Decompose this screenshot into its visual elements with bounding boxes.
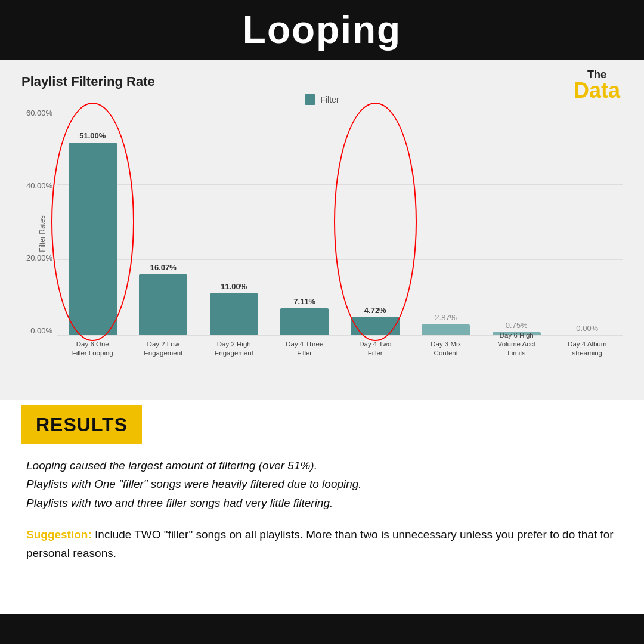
y-label-20: 20.00% — [26, 253, 52, 262]
bar-group: 7.11%Day 4 ThreeFiller — [270, 109, 340, 335]
bar — [422, 324, 470, 335]
suggestion-label: Suggestion: — [26, 528, 92, 541]
bar-value-label: 11.00% — [221, 282, 247, 291]
results-body: Looping caused the largest amount of fil… — [26, 456, 618, 512]
header-title: Looping — [243, 8, 401, 52]
bar-group: 11.00%Day 2 HighEngagement — [199, 109, 270, 335]
bar-x-label: Day 6 HighVolume AcctLimits — [481, 331, 552, 358]
chart-container: 60.00% 40.00% 20.00% 0.00% Filter Rates … — [21, 109, 623, 359]
bar — [351, 317, 400, 335]
chart-section: The Data Playlist Filtering Rate Filter … — [0, 60, 644, 400]
y-label-0: 0.00% — [30, 326, 52, 335]
bar-x-label: Day 2 HighEngagement — [199, 340, 270, 358]
bar-value-label: 0.00% — [576, 324, 598, 333]
bar-value-label: 4.72% — [364, 306, 386, 315]
bar-value-label: 7.11% — [293, 297, 315, 306]
bar-x-label: Day 4 Albumstreaming — [552, 340, 623, 358]
y-axis-title: Filter Rates — [38, 215, 47, 252]
bar-value-label: 2.87% — [435, 313, 457, 322]
bar — [210, 293, 258, 335]
brand-logo: The Data — [574, 69, 620, 101]
bar-value-label: 51.00% — [79, 131, 106, 140]
bar-x-label: Day 3 MixContent — [411, 340, 482, 358]
suggestion-text: Include TWO "filler" songs on all playli… — [26, 528, 614, 559]
bar-x-label: Day 2 LowEngagement — [128, 340, 199, 358]
bar-x-label: Day 4 ThreeFiller — [270, 340, 340, 358]
bar — [69, 143, 117, 335]
bar-group: 51.00%Day 6 OneFiller Looping — [57, 109, 128, 335]
bar-group: 2.87%Day 3 MixContent — [411, 109, 482, 335]
bar-value-label: 0.75% — [506, 321, 528, 330]
bar-x-label: Day 6 OneFiller Looping — [57, 340, 128, 358]
bar-value-label: 16.07% — [150, 263, 177, 272]
results-banner-row: RESULTS — [0, 400, 644, 444]
bar-group: 4.72%Day 4 TwoFiller — [340, 109, 411, 335]
results-label: RESULTS — [36, 414, 128, 435]
bar — [280, 308, 329, 335]
suggestion-row: Suggestion: Include TWO "filler" songs o… — [26, 525, 618, 563]
chart-legend: Filter — [21, 94, 623, 105]
chart-title: Playlist Filtering Rate — [21, 74, 623, 89]
bar — [139, 274, 187, 335]
results-section: Looping caused the largest amount of fil… — [0, 444, 644, 575]
bar-x-label: Day 4 TwoFiller — [340, 340, 411, 358]
bars-area: 51.00%Day 6 OneFiller Looping16.07%Day 2… — [57, 109, 623, 359]
bar-group: 0.75%Day 6 HighVolume AcctLimits — [481, 109, 552, 335]
y-label-60: 60.00% — [26, 109, 52, 117]
footer-bar — [0, 614, 644, 644]
header: Looping — [0, 0, 644, 60]
legend-label: Filter — [320, 95, 339, 104]
bar-group: 16.07%Day 2 LowEngagement — [128, 109, 199, 335]
brand-data: Data — [574, 80, 620, 101]
y-label-40: 40.00% — [26, 181, 52, 190]
legend-color-box — [305, 94, 315, 105]
results-banner: RESULTS — [21, 405, 142, 444]
bar-group: 0.00%Day 4 Albumstreaming — [552, 109, 623, 335]
